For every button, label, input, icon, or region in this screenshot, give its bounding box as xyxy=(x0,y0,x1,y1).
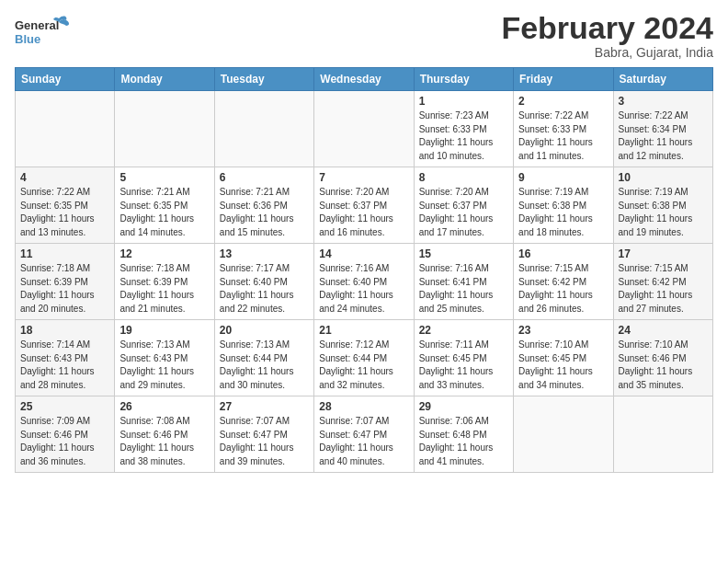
day-cell: 15Sunrise: 7:16 AMSunset: 6:41 PMDayligh… xyxy=(414,244,513,320)
svg-text:General: General xyxy=(15,18,59,32)
day-info: Sunrise: 7:23 AMSunset: 6:33 PMDaylight:… xyxy=(419,109,508,163)
day-info: Sunrise: 7:11 AMSunset: 6:45 PMDaylight:… xyxy=(419,339,508,392)
day-info: Sunrise: 7:13 AMSunset: 6:44 PMDaylight:… xyxy=(220,339,309,392)
day-number: 28 xyxy=(319,400,408,413)
day-number: 19 xyxy=(119,324,209,337)
day-number: 8 xyxy=(419,171,508,184)
day-cell: 19Sunrise: 7:13 AMSunset: 6:43 PMDayligh… xyxy=(115,320,214,396)
day-info: Sunrise: 7:15 AMSunset: 6:42 PMDaylight:… xyxy=(518,262,608,316)
page: General Blue February 2024 Babra, Gujara… xyxy=(0,0,728,563)
day-info: Sunrise: 7:17 AMSunset: 6:40 PMDaylight:… xyxy=(220,262,309,316)
day-number: 13 xyxy=(220,247,309,260)
day-info: Sunrise: 7:20 AMSunset: 6:37 PMDaylight:… xyxy=(419,186,508,239)
day-cell: 7Sunrise: 7:20 AMSunset: 6:37 PMDaylight… xyxy=(314,167,414,244)
day-cell: 25Sunrise: 7:09 AMSunset: 6:46 PMDayligh… xyxy=(16,396,115,473)
week-row-1: 1Sunrise: 7:23 AMSunset: 6:33 PMDaylight… xyxy=(16,91,713,167)
day-cell: 27Sunrise: 7:07 AMSunset: 6:47 PMDayligh… xyxy=(214,396,313,473)
logo: General Blue xyxy=(15,11,70,52)
day-cell: 29Sunrise: 7:06 AMSunset: 6:48 PMDayligh… xyxy=(414,396,513,473)
day-info: Sunrise: 7:10 AMSunset: 6:46 PMDaylight:… xyxy=(619,339,708,392)
day-cell xyxy=(214,91,313,167)
day-cell: 3Sunrise: 7:22 AMSunset: 6:34 PMDaylight… xyxy=(613,91,712,167)
day-number: 21 xyxy=(319,324,408,337)
weekday-header-thursday: Thursday xyxy=(414,68,513,91)
day-number: 14 xyxy=(319,247,408,260)
day-info: Sunrise: 7:09 AMSunset: 6:46 PMDaylight:… xyxy=(20,415,109,468)
day-cell: 4Sunrise: 7:22 AMSunset: 6:35 PMDaylight… xyxy=(16,167,115,244)
logo-icon: General Blue xyxy=(15,11,70,52)
day-cell xyxy=(115,91,214,167)
day-info: Sunrise: 7:21 AMSunset: 6:36 PMDaylight:… xyxy=(220,186,309,239)
day-number: 5 xyxy=(119,171,209,184)
title-area: February 2024 Babra, Gujarat, India xyxy=(501,11,713,60)
day-info: Sunrise: 7:18 AMSunset: 6:39 PMDaylight:… xyxy=(20,262,109,316)
day-cell: 1Sunrise: 7:23 AMSunset: 6:33 PMDaylight… xyxy=(414,91,513,167)
day-number: 1 xyxy=(419,95,508,108)
day-cell: 8Sunrise: 7:20 AMSunset: 6:37 PMDaylight… xyxy=(414,167,513,244)
weekday-header-wednesday: Wednesday xyxy=(314,68,414,91)
day-cell: 24Sunrise: 7:10 AMSunset: 6:46 PMDayligh… xyxy=(613,320,712,396)
day-number: 9 xyxy=(518,171,608,184)
location: Babra, Gujarat, India xyxy=(501,45,713,60)
day-number: 17 xyxy=(619,247,708,260)
day-number: 3 xyxy=(619,95,708,108)
day-info: Sunrise: 7:15 AMSunset: 6:42 PMDaylight:… xyxy=(619,262,708,316)
weekday-header-tuesday: Tuesday xyxy=(214,68,313,91)
day-info: Sunrise: 7:19 AMSunset: 6:38 PMDaylight:… xyxy=(619,186,708,239)
day-number: 4 xyxy=(20,171,109,184)
day-cell xyxy=(16,91,115,167)
day-info: Sunrise: 7:20 AMSunset: 6:37 PMDaylight:… xyxy=(319,186,408,239)
day-cell: 20Sunrise: 7:13 AMSunset: 6:44 PMDayligh… xyxy=(214,320,313,396)
day-info: Sunrise: 7:13 AMSunset: 6:43 PMDaylight:… xyxy=(119,339,209,392)
day-cell: 2Sunrise: 7:22 AMSunset: 6:33 PMDaylight… xyxy=(514,91,613,167)
day-cell: 9Sunrise: 7:19 AMSunset: 6:38 PMDaylight… xyxy=(514,167,613,244)
weekday-header-monday: Monday xyxy=(115,68,214,91)
day-info: Sunrise: 7:08 AMSunset: 6:46 PMDaylight:… xyxy=(119,415,209,468)
day-cell xyxy=(514,396,613,473)
day-cell: 22Sunrise: 7:11 AMSunset: 6:45 PMDayligh… xyxy=(414,320,513,396)
day-cell: 21Sunrise: 7:12 AMSunset: 6:44 PMDayligh… xyxy=(314,320,414,396)
svg-text:Blue: Blue xyxy=(15,32,40,46)
day-info: Sunrise: 7:16 AMSunset: 6:41 PMDaylight:… xyxy=(419,262,508,316)
day-number: 2 xyxy=(518,95,608,108)
day-cell: 10Sunrise: 7:19 AMSunset: 6:38 PMDayligh… xyxy=(613,167,712,244)
header: General Blue February 2024 Babra, Gujara… xyxy=(15,11,713,60)
weekday-header-saturday: Saturday xyxy=(613,68,712,91)
week-row-5: 25Sunrise: 7:09 AMSunset: 6:46 PMDayligh… xyxy=(16,396,713,473)
calendar-table: SundayMondayTuesdayWednesdayThursdayFrid… xyxy=(15,67,713,473)
day-info: Sunrise: 7:22 AMSunset: 6:34 PMDaylight:… xyxy=(619,109,708,163)
weekday-header-sunday: Sunday xyxy=(16,68,115,91)
day-number: 6 xyxy=(220,171,309,184)
day-info: Sunrise: 7:19 AMSunset: 6:38 PMDaylight:… xyxy=(518,186,608,239)
day-number: 23 xyxy=(518,324,608,337)
day-info: Sunrise: 7:07 AMSunset: 6:47 PMDaylight:… xyxy=(319,415,408,468)
day-cell: 23Sunrise: 7:10 AMSunset: 6:45 PMDayligh… xyxy=(514,320,613,396)
day-number: 29 xyxy=(419,400,508,413)
day-cell: 26Sunrise: 7:08 AMSunset: 6:46 PMDayligh… xyxy=(115,396,214,473)
day-cell: 11Sunrise: 7:18 AMSunset: 6:39 PMDayligh… xyxy=(16,244,115,320)
day-number: 22 xyxy=(419,324,508,337)
weekday-header-friday: Friday xyxy=(514,68,613,91)
week-row-2: 4Sunrise: 7:22 AMSunset: 6:35 PMDaylight… xyxy=(16,167,713,244)
day-number: 24 xyxy=(619,324,708,337)
day-cell: 28Sunrise: 7:07 AMSunset: 6:47 PMDayligh… xyxy=(314,396,414,473)
day-number: 12 xyxy=(119,247,209,260)
day-info: Sunrise: 7:10 AMSunset: 6:45 PMDaylight:… xyxy=(518,339,608,392)
day-cell xyxy=(314,91,414,167)
day-number: 20 xyxy=(220,324,309,337)
day-info: Sunrise: 7:18 AMSunset: 6:39 PMDaylight:… xyxy=(119,262,209,316)
day-cell: 16Sunrise: 7:15 AMSunset: 6:42 PMDayligh… xyxy=(514,244,613,320)
day-info: Sunrise: 7:06 AMSunset: 6:48 PMDaylight:… xyxy=(419,415,508,468)
day-number: 25 xyxy=(20,400,109,413)
day-info: Sunrise: 7:22 AMSunset: 6:35 PMDaylight:… xyxy=(20,186,109,239)
day-info: Sunrise: 7:12 AMSunset: 6:44 PMDaylight:… xyxy=(319,339,408,392)
day-cell: 6Sunrise: 7:21 AMSunset: 6:36 PMDaylight… xyxy=(214,167,313,244)
day-number: 15 xyxy=(419,247,508,260)
day-cell: 13Sunrise: 7:17 AMSunset: 6:40 PMDayligh… xyxy=(214,244,313,320)
day-cell: 18Sunrise: 7:14 AMSunset: 6:43 PMDayligh… xyxy=(16,320,115,396)
month-title: February 2024 xyxy=(501,11,713,45)
day-info: Sunrise: 7:21 AMSunset: 6:35 PMDaylight:… xyxy=(119,186,209,239)
day-number: 16 xyxy=(518,247,608,260)
day-cell: 17Sunrise: 7:15 AMSunset: 6:42 PMDayligh… xyxy=(613,244,712,320)
day-number: 26 xyxy=(119,400,209,413)
